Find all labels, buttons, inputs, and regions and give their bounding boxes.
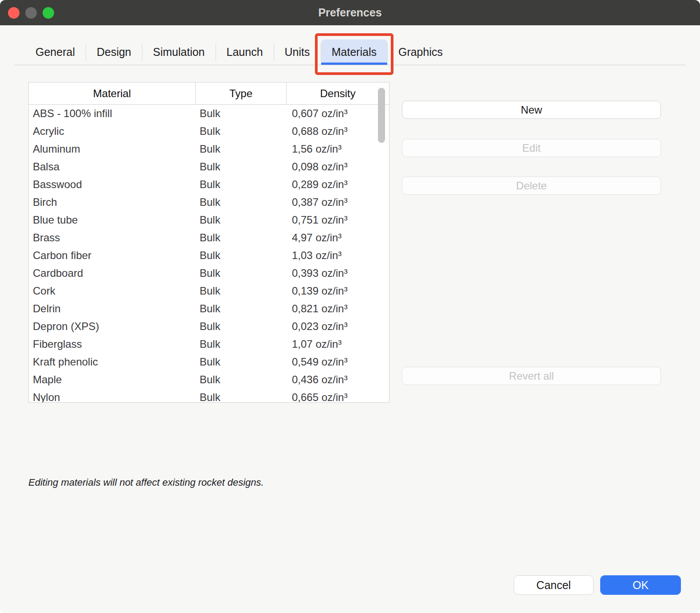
cell-type: Bulk: [196, 267, 287, 279]
preferences-window: Preferences GeneralDesignSimulationLaunc…: [0, 0, 700, 613]
table-row[interactable]: DelrinBulk0,821 oz/in³: [29, 300, 389, 318]
table-row[interactable]: FiberglassBulk1,07 oz/in³: [29, 335, 389, 353]
cell-material: Acrylic: [29, 125, 196, 138]
delete-material-button[interactable]: Delete: [402, 177, 661, 195]
table-header-row: Material Type Density: [29, 83, 389, 105]
tab-launch[interactable]: Launch: [216, 39, 274, 65]
cell-material: Birch: [29, 196, 196, 208]
table-row[interactable]: Blue tubeBulk0,751 oz/in³: [29, 211, 389, 229]
cell-density: 0,023 oz/in³: [287, 320, 389, 333]
tab-general[interactable]: General: [25, 39, 86, 65]
cell-type: Bulk: [196, 178, 287, 191]
cell-type: Bulk: [196, 196, 287, 208]
cell-type: Bulk: [196, 161, 287, 173]
cell-density: 1,56 oz/in³: [287, 143, 389, 155]
table-row[interactable]: BrassBulk4,97 oz/in³: [29, 229, 389, 247]
table-body: ABS - 100% infillBulk0,607 oz/in³Acrylic…: [29, 105, 389, 403]
table-row[interactable]: AcrylicBulk0,688 oz/in³: [29, 122, 389, 140]
cell-density: 0,821 oz/in³: [287, 303, 389, 315]
cell-type: Bulk: [196, 320, 287, 333]
cell-density: 0,289 oz/in³: [287, 178, 389, 191]
tab-wrap-general: General: [25, 39, 86, 65]
tab-wrap-units: Units: [274, 39, 321, 65]
tab-wrap-graphics: Graphics: [388, 39, 453, 65]
cell-material: Brass: [29, 232, 196, 244]
cell-density: 0,607 oz/in³: [287, 107, 389, 120]
zoom-window-button[interactable]: [43, 7, 54, 19]
table-row[interactable]: CorkBulk0,139 oz/in³: [29, 282, 389, 300]
cell-material: Nylon: [29, 391, 196, 403]
new-material-button[interactable]: New: [402, 101, 661, 119]
table-row[interactable]: Kraft phenolicBulk0,549 oz/in³: [29, 353, 389, 371]
cell-type: Bulk: [196, 107, 287, 120]
cell-type: Bulk: [196, 303, 287, 315]
cell-material: Kraft phenolic: [29, 356, 196, 368]
cell-type: Bulk: [196, 373, 287, 386]
ok-button[interactable]: OK: [600, 575, 681, 595]
cancel-button[interactable]: Cancel: [514, 575, 594, 595]
cell-type: Bulk: [196, 125, 287, 138]
tab-units[interactable]: Units: [274, 39, 321, 65]
cell-density: 0,549 oz/in³: [287, 356, 389, 368]
cell-density: 0,139 oz/in³: [287, 285, 389, 297]
cell-material: Basswood: [29, 178, 196, 191]
cell-type: Bulk: [196, 391, 287, 403]
table-row[interactable]: AluminumBulk1,56 oz/in³: [29, 140, 389, 158]
cell-density: 1,07 oz/in³: [287, 338, 389, 350]
column-header-material[interactable]: Material: [29, 83, 196, 104]
tab-simulation[interactable]: Simulation: [142, 39, 216, 65]
cell-material: Depron (XPS): [29, 320, 196, 333]
cell-material: ABS - 100% infill: [29, 107, 196, 120]
table-row[interactable]: MapleBulk0,436 oz/in³: [29, 371, 389, 389]
table-row[interactable]: BalsaBulk0,098 oz/in³: [29, 158, 389, 176]
cell-density: 1,03 oz/in³: [287, 249, 389, 262]
cell-density: 0,665 oz/in³: [287, 391, 389, 403]
cell-density: 0,393 oz/in³: [287, 267, 389, 279]
cell-type: Bulk: [196, 143, 287, 155]
table-row[interactable]: CardboardBulk0,393 oz/in³: [29, 264, 389, 282]
tab-wrap-design: Design: [86, 39, 142, 65]
revert-all-button[interactable]: Revert all: [402, 367, 661, 385]
tab-graphics[interactable]: Graphics: [388, 39, 453, 65]
table-row[interactable]: NylonBulk0,665 oz/in³: [29, 389, 389, 403]
column-header-type[interactable]: Type: [196, 83, 287, 104]
cell-material: Delrin: [29, 303, 196, 315]
cell-density: 0,751 oz/in³: [287, 214, 389, 226]
table-row[interactable]: ABS - 100% infillBulk0,607 oz/in³: [29, 105, 389, 122]
edit-material-button[interactable]: Edit: [402, 139, 661, 157]
cell-material: Fiberglass: [29, 338, 196, 350]
cell-type: Bulk: [196, 285, 287, 297]
tab-wrap-materials: Materials: [321, 39, 387, 65]
vertical-scrollbar-thumb[interactable]: [378, 88, 385, 143]
cell-density: 0,387 oz/in³: [287, 196, 389, 208]
cell-material: Balsa: [29, 161, 196, 173]
table-row[interactable]: Carbon fiberBulk1,03 oz/in³: [29, 247, 389, 264]
cell-material: Cork: [29, 285, 196, 297]
cell-type: Bulk: [196, 356, 287, 368]
table-row[interactable]: Depron (XPS)Bulk0,023 oz/in³: [29, 318, 389, 335]
close-window-button[interactable]: [8, 7, 20, 19]
table-row[interactable]: BirchBulk0,387 oz/in³: [29, 193, 389, 211]
cell-type: Bulk: [196, 338, 287, 350]
materials-table: Material Type Density ABS - 100% infillB…: [28, 82, 389, 403]
cell-type: Bulk: [196, 214, 287, 226]
tab-bar: GeneralDesignSimulationLaunchUnitsMateri…: [14, 39, 686, 65]
tab-wrap-launch: Launch: [216, 39, 274, 65]
minimize-window-button[interactable]: [25, 7, 37, 19]
window-title: Preferences: [318, 6, 381, 19]
cell-material: Carbon fiber: [29, 249, 196, 262]
cell-material: Maple: [29, 373, 196, 386]
title-bar: Preferences: [0, 0, 700, 25]
tab-design[interactable]: Design: [86, 39, 142, 65]
cell-density: 0,436 oz/in³: [287, 373, 389, 386]
tab-materials[interactable]: Materials: [321, 39, 387, 65]
cell-density: 4,97 oz/in³: [287, 232, 389, 244]
cell-type: Bulk: [196, 232, 287, 244]
cell-density: 0,688 oz/in³: [287, 125, 389, 138]
cell-material: Aluminum: [29, 143, 196, 155]
column-header-density[interactable]: Density: [287, 83, 389, 104]
materials-note: Editing materials will not affect existi…: [28, 477, 264, 488]
tab-wrap-simulation: Simulation: [142, 39, 216, 65]
table-row[interactable]: BasswoodBulk0,289 oz/in³: [29, 176, 389, 193]
cell-type: Bulk: [196, 249, 287, 262]
